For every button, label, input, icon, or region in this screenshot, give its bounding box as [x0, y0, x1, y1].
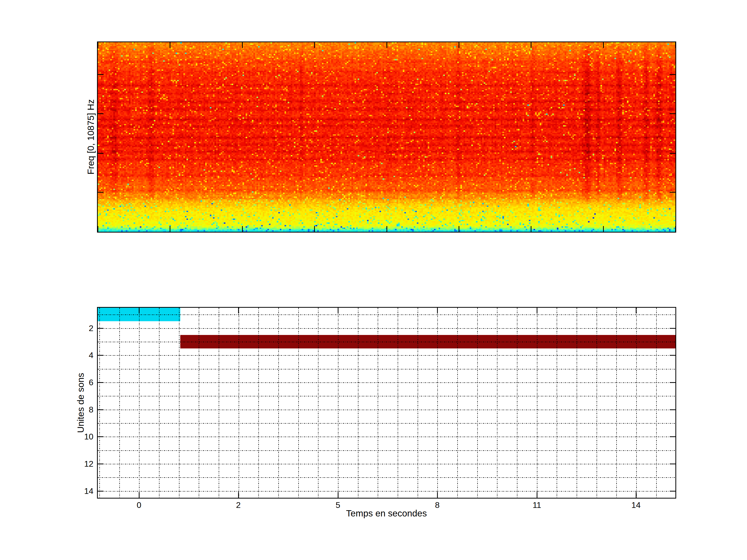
timeline-x-tick — [437, 308, 438, 314]
spectrogram-x-tick — [459, 226, 459, 232]
spectrogram-x-tick — [531, 226, 532, 232]
timeline-vertical-gridline — [139, 308, 139, 498]
spectrogram-x-tick — [170, 226, 171, 232]
spectrogram-x-tick — [386, 42, 387, 48]
timeline-vertical-gridline — [338, 308, 338, 498]
spectrogram-x-tick — [386, 226, 387, 232]
timeline-x-tick-label: 5 — [336, 501, 340, 509]
spectrogram-y-axis-label: Freq [0, 10875] Hz — [86, 99, 95, 175]
spectrogram-canvas — [98, 42, 675, 232]
timeline-y-tick — [670, 355, 675, 356]
timeline-horizontal-gridline — [98, 450, 675, 451]
timeline-y-tick — [98, 409, 103, 410]
timeline-vertical-gridline — [477, 308, 478, 498]
timeline-horizontal-gridline — [98, 355, 675, 356]
timeline-horizontal-gridline — [98, 342, 675, 342]
timeline-x-tick — [537, 308, 537, 314]
timeline-y-tick — [98, 436, 103, 437]
timeline-x-tick — [636, 492, 637, 498]
timeline-vertical-gridline — [497, 308, 497, 498]
timeline-horizontal-gridline — [98, 464, 675, 464]
spectrogram-x-tick — [603, 42, 604, 48]
timeline-x-tick — [238, 308, 239, 314]
timeline-horizontal-gridline — [98, 315, 675, 315]
spectrogram-y-tick — [98, 113, 103, 114]
spectrogram-x-tick — [675, 42, 676, 48]
timeline-vertical-gridline — [239, 308, 239, 498]
timeline-y-tick-label: 14 — [68, 487, 93, 495]
timeline-horizontal-gridline — [98, 369, 675, 369]
spectrogram-x-tick — [242, 226, 243, 232]
timeline-vertical-gridline — [199, 308, 199, 498]
timeline-vertical-gridline — [397, 308, 398, 498]
timeline-x-tick — [338, 492, 338, 498]
timeline-vertical-gridline — [597, 308, 597, 498]
timeline-horizontal-gridline — [98, 477, 675, 478]
timeline-x-tick — [636, 308, 637, 314]
timeline-vertical-gridline — [418, 308, 418, 498]
spectrogram-x-tick — [98, 226, 98, 232]
timeline-plot — [97, 307, 676, 499]
timeline-horizontal-gridline — [98, 396, 675, 396]
timeline-vertical-gridline — [358, 308, 358, 498]
spectrogram-y-tick — [98, 74, 103, 75]
timeline-horizontal-gridline — [98, 436, 675, 437]
timeline-vertical-gridline — [258, 308, 259, 498]
timeline-y-tick — [670, 328, 675, 329]
timeline-horizontal-gridline — [98, 382, 675, 383]
timeline-vertical-gridline — [576, 308, 577, 498]
spectrogram-x-tick — [98, 42, 98, 48]
timeline-y-tick — [98, 328, 103, 329]
timeline-vertical-gridline — [278, 308, 279, 498]
timeline-x-tick — [537, 492, 537, 498]
timeline-x-tick-label: 0 — [137, 501, 141, 509]
timeline-vertical-gridline — [298, 308, 299, 498]
spectrogram-y-tick — [670, 74, 675, 75]
timeline-y-tick — [98, 491, 103, 491]
timeline-y-tick — [98, 355, 103, 356]
timeline-vertical-gridline — [437, 308, 438, 498]
timeline-x-tick — [437, 492, 438, 498]
spectrogram-x-tick — [603, 226, 604, 232]
timeline-y-tick — [98, 463, 103, 464]
spectrogram-plot — [97, 42, 676, 233]
timeline-y-tick-label: 6 — [68, 378, 93, 386]
timeline-horizontal-gridline — [98, 328, 675, 329]
timeline-x-tick-label: 11 — [533, 501, 541, 509]
timeline-vertical-gridline — [517, 308, 517, 498]
timeline-horizontal-gridline — [98, 491, 675, 491]
timeline-vertical-gridline — [119, 308, 120, 498]
timeline-vertical-gridline — [318, 308, 318, 498]
timeline-horizontal-gridline — [98, 410, 675, 410]
timeline-y-tick — [670, 436, 675, 437]
timeline-horizontal-gridline — [98, 423, 675, 424]
timeline-x-tick — [139, 308, 139, 314]
timeline-y-tick — [670, 491, 675, 491]
timeline-x-tick-label: 14 — [631, 501, 641, 509]
timeline-y-tick-label: 2 — [68, 324, 93, 332]
timeline-vertical-gridline — [656, 308, 657, 498]
spectrogram-y-tick — [98, 153, 103, 154]
timeline-vertical-gridline — [218, 308, 219, 498]
timeline-vertical-gridline — [179, 308, 179, 498]
timeline-vertical-gridline — [557, 308, 557, 498]
timeline-x-tick — [238, 492, 239, 498]
timeline-y-tick — [670, 409, 675, 410]
spectrogram-x-tick — [314, 226, 315, 232]
spectrogram-y-tick — [670, 113, 675, 114]
spectrogram-x-tick — [531, 42, 532, 48]
spectrogram-y-tick — [98, 192, 103, 193]
spectrogram-y-tick — [670, 192, 675, 193]
timeline-x-tick-label: 8 — [435, 501, 440, 509]
timeline-vertical-gridline — [636, 308, 637, 498]
timeline-y-tick — [670, 382, 675, 383]
matlab-figure: Freq [0, 10875] Hz Unites de sons Temps … — [0, 0, 747, 560]
spectrogram-x-tick — [242, 42, 243, 48]
spectrogram-y-tick — [670, 153, 675, 154]
timeline-vertical-gridline — [99, 308, 100, 498]
spectrogram-x-tick — [314, 42, 315, 48]
timeline-y-tick — [670, 463, 675, 464]
timeline-y-tick-label: 12 — [68, 460, 93, 468]
spectrogram-x-tick — [675, 226, 676, 232]
timeline-y-tick-label: 8 — [68, 405, 93, 414]
